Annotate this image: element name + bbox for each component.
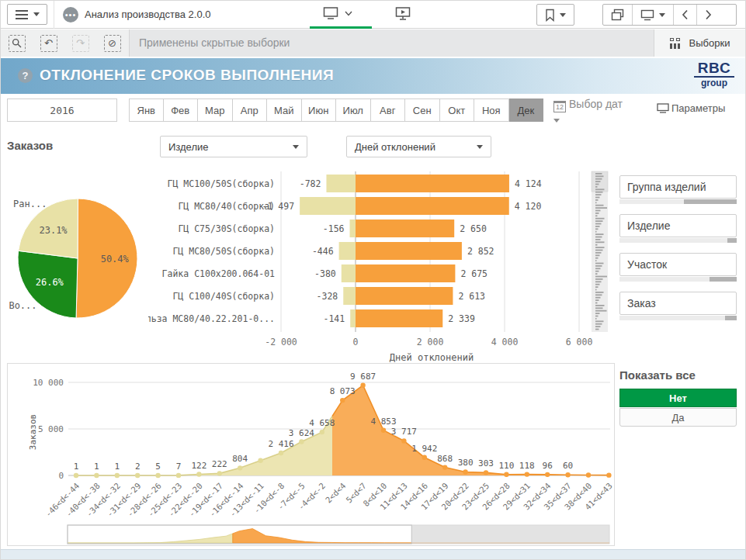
area-point[interactable] bbox=[238, 465, 242, 470]
bar-negative[interactable] bbox=[350, 309, 356, 327]
area-point[interactable] bbox=[258, 458, 262, 463]
bar-positive[interactable] bbox=[356, 242, 462, 260]
presentation-button[interactable] bbox=[395, 6, 411, 24]
sheet-view-button[interactable] bbox=[323, 6, 352, 20]
parameters-button[interactable]: Параметры bbox=[657, 102, 725, 114]
month-button-Май[interactable]: Май bbox=[267, 99, 302, 122]
area-point[interactable] bbox=[565, 472, 570, 477]
smart-search-button[interactable] bbox=[1, 35, 33, 52]
sheet-title: ОТКЛОНЕНИЕ СРОКОВ ВЫПОЛНЕНИЯ bbox=[40, 67, 334, 84]
bar-negative[interactable] bbox=[343, 287, 356, 305]
area-point[interactable] bbox=[217, 471, 222, 475]
prev-sheet-button[interactable] bbox=[673, 5, 696, 25]
undo-selection-button[interactable]: ↶ bbox=[33, 35, 64, 52]
scrollbar-thumb[interactable] bbox=[710, 277, 737, 282]
month-button-Янв[interactable]: Янв bbox=[129, 99, 164, 122]
area-point[interactable] bbox=[484, 470, 488, 475]
area-point[interactable] bbox=[115, 473, 120, 478]
filter-listbox-Группа изделий[interactable]: Группа изделий bbox=[619, 175, 737, 204]
filter-listbox-scrollbar[interactable] bbox=[619, 238, 737, 243]
area-point[interactable] bbox=[442, 465, 447, 469]
area-point[interactable] bbox=[586, 472, 591, 477]
clear-selections-button[interactable]: ⊘ bbox=[96, 35, 128, 52]
bar-positive[interactable] bbox=[356, 287, 453, 305]
area-point[interactable] bbox=[525, 472, 529, 476]
bar-positive[interactable] bbox=[356, 175, 509, 192]
month-button-Сен[interactable]: Сен bbox=[405, 99, 440, 122]
bar-negative[interactable] bbox=[339, 242, 356, 260]
pie-slice-percent: 50.4% bbox=[101, 254, 130, 264]
month-button-Окт[interactable]: Окт bbox=[440, 99, 475, 122]
month-button-Авг[interactable]: Авг bbox=[371, 99, 406, 122]
bar-negative[interactable] bbox=[350, 220, 356, 237]
bar-scrollbar-minibar bbox=[595, 254, 600, 256]
bar-negative[interactable] bbox=[342, 264, 356, 282]
area-point[interactable] bbox=[135, 473, 140, 478]
filter-listbox-scrollbar[interactable] bbox=[619, 277, 737, 282]
distribution-area-chart: 05 00010 000Заказов1112571222228042 4163… bbox=[7, 363, 615, 546]
area-point[interactable] bbox=[74, 473, 78, 478]
area-point[interactable] bbox=[360, 383, 365, 388]
bar-positive[interactable] bbox=[356, 264, 455, 282]
area-point[interactable] bbox=[279, 451, 283, 455]
redo-selection-button[interactable]: ↷ bbox=[64, 35, 96, 52]
area-point[interactable] bbox=[340, 398, 345, 403]
area-point[interactable] bbox=[94, 473, 99, 478]
bar-positive[interactable] bbox=[356, 309, 442, 327]
bar-negative[interactable] bbox=[300, 197, 356, 215]
area-point[interactable] bbox=[463, 469, 467, 474]
bar-scrollbar-minibar bbox=[595, 213, 599, 214]
month-filter-strip: ЯнвФевМарАпрМайИюнИюлАвгСенОктНояДек bbox=[129, 99, 543, 122]
date-picker-label: Выбор дат bbox=[569, 98, 623, 110]
bookmark-button[interactable] bbox=[537, 5, 574, 25]
navigator-shade[interactable] bbox=[411, 525, 609, 544]
scrollbar-thumb[interactable] bbox=[727, 238, 737, 243]
selections-tool-button[interactable]: Выборки bbox=[654, 29, 745, 57]
area-point-label: 2 416 bbox=[268, 439, 293, 449]
bar-scrollbar-minibar bbox=[595, 175, 604, 177]
area-point[interactable] bbox=[422, 455, 427, 459]
month-button-Фев[interactable]: Фев bbox=[164, 99, 199, 122]
area-point[interactable] bbox=[299, 439, 304, 444]
measure-dropdown[interactable]: Дней отклонений bbox=[346, 136, 491, 157]
app-icon[interactable]: ••• bbox=[63, 7, 78, 22]
scrollbar-thumb[interactable] bbox=[684, 199, 737, 204]
main-menu-button[interactable] bbox=[7, 4, 47, 25]
area-point[interactable] bbox=[196, 472, 201, 476]
help-icon[interactable]: ? bbox=[18, 68, 33, 83]
month-button-Июл[interactable]: Июл bbox=[336, 99, 371, 122]
bar-negative-value: -446 bbox=[312, 246, 334, 257]
filter-listbox-Участок[interactable]: Участок bbox=[619, 253, 737, 282]
bar-negative[interactable] bbox=[326, 175, 356, 192]
area-point[interactable] bbox=[381, 428, 386, 433]
year-filter[interactable]: 2016 bbox=[7, 99, 117, 122]
area-point[interactable] bbox=[401, 438, 406, 443]
bar-positive[interactable] bbox=[356, 220, 454, 237]
sheet-list-button[interactable] bbox=[632, 5, 673, 25]
filter-listbox-Изделие[interactable]: Изделие bbox=[619, 214, 737, 243]
show-all-option-Нет[interactable]: Нет bbox=[619, 389, 737, 407]
sheet-icon bbox=[640, 9, 654, 21]
duplicate-sheet-button[interactable] bbox=[603, 5, 632, 25]
filter-listbox-scrollbar[interactable] bbox=[619, 316, 737, 320]
area-point[interactable] bbox=[320, 430, 324, 434]
month-button-Мар[interactable]: Мар bbox=[198, 99, 233, 122]
bar-positive[interactable] bbox=[356, 197, 509, 215]
area-point[interactable] bbox=[504, 472, 508, 476]
dimension-dropdown[interactable]: Изделие bbox=[160, 136, 307, 157]
month-button-Июн[interactable]: Июн bbox=[302, 99, 337, 122]
filter-listbox-Заказ[interactable]: Заказ bbox=[619, 292, 737, 320]
area-point[interactable] bbox=[606, 472, 611, 477]
area-point[interactable] bbox=[155, 473, 160, 478]
date-picker-button[interactable]: 12Выбор дат bbox=[553, 98, 623, 126]
month-button-Апр[interactable]: Апр bbox=[233, 99, 268, 122]
filter-listbox-scrollbar[interactable] bbox=[619, 199, 737, 204]
month-button-Ноя[interactable]: Ноя bbox=[474, 99, 509, 122]
next-sheet-button[interactable] bbox=[696, 5, 720, 25]
area-point[interactable] bbox=[545, 472, 550, 477]
month-button-Дек[interactable]: Дек bbox=[509, 99, 544, 122]
scrollbar-thumb[interactable] bbox=[725, 316, 737, 320]
area-point[interactable] bbox=[176, 473, 181, 478]
show-all-option-Да[interactable]: Да bbox=[619, 408, 737, 427]
orders-label: Заказов bbox=[7, 139, 53, 152]
